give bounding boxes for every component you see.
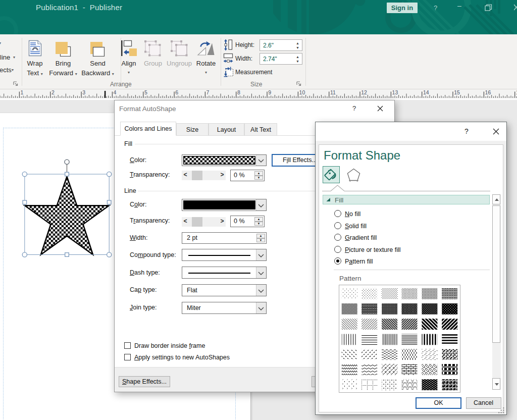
svg-text:14: 14 [423, 89, 429, 95]
svg-text:11: 11 [330, 89, 336, 95]
svg-text:4: 4 [114, 89, 117, 95]
svg-text:7: 7 [206, 89, 210, 95]
svg-text:15: 15 [454, 89, 460, 95]
svg-text:5: 5 [144, 89, 147, 95]
svg-text:2: 2 [51, 89, 55, 95]
svg-text:16: 16 [485, 89, 491, 95]
svg-text:8: 8 [237, 89, 240, 95]
svg-text:12: 12 [361, 89, 367, 95]
svg-text:1: 1 [21, 89, 24, 95]
svg-text:3: 3 [82, 89, 85, 95]
svg-text:10: 10 [299, 89, 305, 95]
svg-text:13: 13 [392, 89, 398, 95]
svg-text:9: 9 [268, 89, 271, 95]
svg-text:6: 6 [175, 89, 178, 95]
